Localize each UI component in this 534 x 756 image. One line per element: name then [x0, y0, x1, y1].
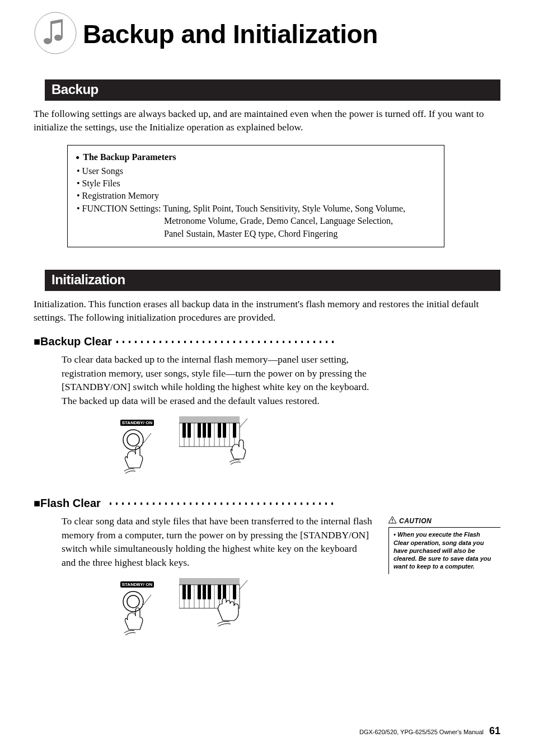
- standby-button-diagram: STANDBY/ ON: [112, 416, 162, 480]
- bullet-icon: ●: [76, 153, 79, 162]
- keyboard-diagram: [179, 578, 252, 642]
- caution-box: CAUTION • When you execute the Flash Cle…: [388, 516, 500, 574]
- svg-rect-17: [182, 423, 186, 438]
- svg-point-0: [35, 12, 76, 54]
- standby-label: STANDBY/ ON: [120, 420, 154, 426]
- svg-rect-18: [188, 423, 191, 438]
- backup-intro: The following settings are always backed…: [34, 107, 500, 134]
- svg-rect-48: [223, 585, 226, 599]
- page-title: Backup and Initialization: [83, 19, 378, 49]
- backup-clear-illustration: STANDBY/ ON: [112, 416, 500, 480]
- initialization-intro: Initialization. This function erases all…: [34, 298, 500, 324]
- svg-rect-24: [233, 423, 236, 438]
- backup-heading: Backup: [45, 79, 500, 101]
- svg-rect-19: [198, 423, 201, 438]
- svg-rect-49: [233, 585, 236, 599]
- flash-clear-heading: ■Flash Clear: [34, 497, 500, 510]
- press-button-icon: [112, 428, 162, 478]
- sub-heading-label: ■Flash Clear: [34, 497, 101, 510]
- svg-rect-42: [182, 585, 186, 599]
- svg-line-3: [143, 433, 151, 443]
- sub-heading-label: ■Backup Clear: [34, 335, 112, 348]
- initialization-heading: Initialization: [45, 270, 500, 291]
- param-label: Style Files: [82, 179, 120, 188]
- svg-line-28: [143, 595, 151, 605]
- svg-point-52: [392, 522, 393, 523]
- param-item: • FUNCTION Settings: Tuning, Split Point…: [77, 203, 436, 215]
- param-item: • User Songs: [77, 165, 436, 177]
- svg-rect-29: [179, 578, 240, 585]
- svg-rect-47: [218, 585, 221, 599]
- caution-body-text: When you execute the Flash Clear operati…: [394, 531, 491, 570]
- backup-box-title: The Backup Parameters: [83, 151, 176, 163]
- page-footer: DGX-620/520, YPG-625/525 Owner's Manual …: [359, 725, 500, 737]
- dot-leader: [114, 340, 335, 344]
- flash-clear-body: To clear song data and style files that …: [62, 514, 372, 569]
- standby-button-diagram: STANDBY/ ON: [112, 578, 162, 642]
- svg-rect-46: [208, 585, 211, 599]
- standby-label: STANDBY/ ON: [120, 581, 154, 588]
- svg-rect-22: [218, 423, 221, 438]
- page-header: Backup and Initialization: [34, 11, 500, 57]
- param-func-line: Metronome Volume, Grade, Demo Cancel, La…: [164, 215, 436, 227]
- svg-rect-45: [203, 585, 206, 599]
- backup-clear-heading: ■Backup Clear: [34, 335, 500, 348]
- caution-label: CAUTION: [399, 517, 432, 525]
- svg-line-50: [240, 580, 247, 589]
- press-button-icon: [112, 589, 162, 640]
- svg-point-1: [123, 430, 143, 450]
- bullet: •: [394, 531, 396, 538]
- svg-rect-4: [179, 416, 240, 423]
- backup-parameters-box: ● The Backup Parameters • User Songs • S…: [67, 145, 444, 247]
- svg-rect-23: [223, 423, 226, 438]
- flash-clear-illustration: STANDBY/ ON: [112, 578, 375, 642]
- param-item: • Registration Memory: [77, 190, 436, 202]
- keyboard-diagram: [179, 416, 252, 480]
- param-label: User Songs: [82, 166, 123, 176]
- caution-text: • When you execute the Flash Clear opera…: [388, 527, 500, 574]
- svg-point-27: [127, 595, 139, 608]
- music-note-icon: [34, 11, 77, 57]
- svg-line-25: [240, 419, 247, 428]
- param-func-line: Panel Sustain, Master EQ type, Chord Fin…: [164, 228, 436, 240]
- param-label: Registration Memory: [82, 191, 159, 200]
- warning-icon: [388, 516, 396, 525]
- svg-rect-44: [198, 585, 201, 599]
- page-number: 61: [489, 725, 500, 737]
- dot-leader: [107, 502, 334, 505]
- svg-rect-43: [188, 585, 191, 599]
- svg-point-26: [123, 591, 143, 612]
- svg-rect-21: [208, 423, 211, 438]
- footer-text: DGX-620/520, YPG-625/525 Owner's Manual: [359, 729, 484, 735]
- backup-clear-body: To clear data backed up to the internal …: [62, 353, 372, 407]
- svg-rect-20: [203, 423, 206, 438]
- param-func-line: Tuning, Split Point, Touch Sensitivity, …: [163, 204, 405, 213]
- param-func-label: FUNCTION Settings:: [82, 204, 161, 213]
- param-item: • Style Files: [77, 177, 436, 190]
- svg-point-2: [127, 434, 139, 446]
